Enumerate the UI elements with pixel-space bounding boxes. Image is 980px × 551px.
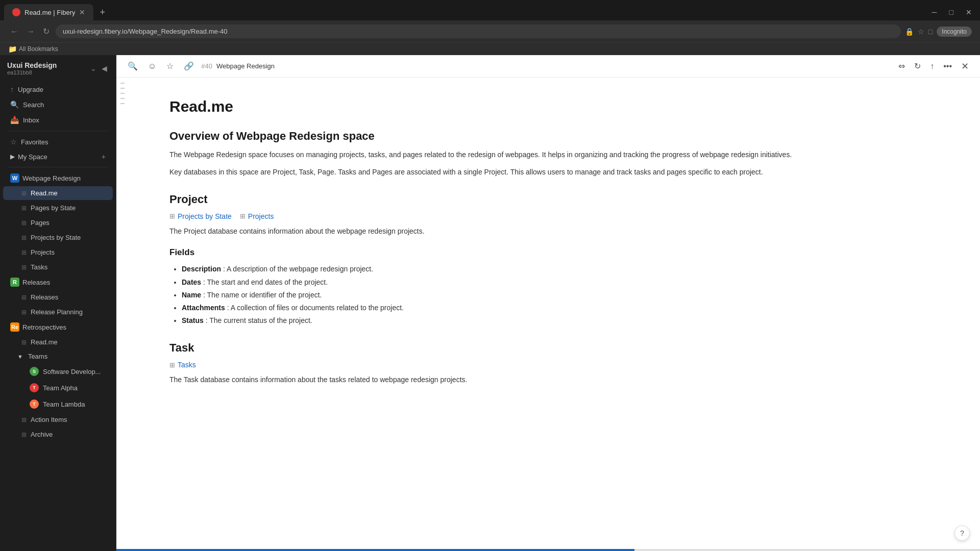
sidebar-item-release-planning[interactable]: ⊞ Release Planning [3, 305, 113, 319]
sidebar-item-myspace[interactable]: ▶ My Space + [3, 150, 113, 163]
sidebar-item-team-lambda[interactable]: T Team Lambda [3, 396, 113, 412]
sidebar-inbox-label: Inbox [23, 116, 106, 124]
panel-refresh-button[interactable]: ↻ [911, 59, 924, 73]
tasks-link[interactable]: ⊞ Tasks [169, 361, 196, 369]
sidebar-item-team-alpha[interactable]: T Team Alpha [3, 380, 113, 395]
bookmarks-label[interactable]: All Bookmarks [19, 45, 58, 53]
maximize-button[interactable]: □ [945, 6, 958, 18]
security-icon: 🔒 [905, 28, 914, 36]
readme-grid-icon: ⊞ [21, 190, 27, 197]
workspace-name: Uxui Redesign [7, 61, 57, 69]
panel-share-button[interactable]: ↑ [927, 60, 937, 73]
panel-toolbar-right: ⇔ ↻ ↑ ••• ✕ [895, 59, 972, 73]
browser-chrome: Read.me | Fibery ✕ + ─ □ ✕ ← → ↻ 🔒 ☆ □ I… [0, 0, 980, 55]
panel-close-button[interactable]: ✕ [958, 60, 972, 73]
sidebar-space-webpage-redesign[interactable]: W Webpage Redesign [3, 171, 113, 185]
panel-link-button[interactable]: 🔗 [181, 59, 197, 73]
sidebar-space-releases[interactable]: R Releases [3, 275, 113, 289]
sidebar-item-tasks[interactable]: ⊞ Tasks [3, 260, 113, 274]
bookmark-star-icon[interactable]: ☆ [918, 28, 924, 36]
sidebar-collapse-button[interactable]: ◀ [100, 63, 109, 74]
sidebar-item-teams[interactable]: ▼ Teams [3, 350, 113, 363]
sidebar-item-pages-by-state[interactable]: ⊞ Pages by State [3, 201, 113, 215]
gutter-mark-4 [120, 98, 125, 99]
sidebar-item-software-develop[interactable]: S Software Develop... [3, 364, 113, 379]
minimize-button[interactable]: ─ [928, 6, 941, 18]
doc-h3-fields: Fields [169, 247, 939, 258]
sidebar-myspace-label: My Space [18, 153, 47, 161]
action-items-grid-icon: ⊞ [21, 416, 27, 423]
doc-task-desc: The Task database contains information a… [169, 374, 939, 386]
sidebar-favorites-label: Favorites [21, 138, 106, 146]
favorites-icon: ☆ [10, 138, 17, 146]
projects-by-state-grid-icon: ⊞ [21, 234, 27, 241]
sidebar-projects-label: Projects [31, 248, 106, 256]
sidebar-item-readme[interactable]: ⊞ Read.me [3, 186, 113, 200]
left-gutter [118, 78, 129, 549]
close-window-button[interactable]: ✕ [962, 6, 976, 18]
releases-label: Releases [22, 279, 50, 286]
incognito-badge: Incognito [937, 27, 972, 37]
retrospectives-space-icon: Re [10, 322, 19, 332]
new-tab-button[interactable]: + [95, 5, 109, 20]
forward-button[interactable]: → [24, 25, 37, 38]
field-status: Status : The current status of the proje… [182, 314, 939, 327]
sidebar-item-upgrade[interactable]: ↑ Upgrade [3, 82, 113, 96]
field-attachments: Attachments : A collection of files or d… [182, 302, 939, 314]
sidebar-item-projects[interactable]: ⊞ Projects [3, 245, 113, 259]
sidebar-team-lambda-label: Team Lambda [43, 400, 106, 408]
releases-space-icon: R [10, 278, 19, 287]
window-controls: ─ □ ✕ [928, 6, 976, 18]
workspace-expand-button[interactable]: ⌄ [89, 63, 98, 74]
field-name: Name : The name or identifier of the pro… [182, 289, 939, 302]
extension-icon: □ [928, 28, 933, 36]
team-lambda-avatar: T [30, 399, 39, 409]
task-links: ⊞ Tasks [169, 361, 939, 369]
sidebar-item-search[interactable]: 🔍 Search [3, 97, 113, 112]
progress-bar [116, 549, 980, 551]
doc-h2-overview: Overview of Webpage Redesign space [169, 130, 939, 143]
panel-emoji-button[interactable]: ☺ [145, 60, 159, 73]
sidebar-item-pages[interactable]: ⊞ Pages [3, 216, 113, 230]
sidebar-header-actions: ⌄ ◀ [89, 63, 109, 74]
search-icon: 🔍 [10, 101, 19, 109]
field-description: Description : A description of the webpa… [182, 263, 939, 276]
sidebar-item-projects-by-state[interactable]: ⊞ Projects by State [3, 231, 113, 244]
panel-star-button[interactable]: ☆ [163, 59, 177, 73]
gutter-mark-1 [120, 83, 125, 84]
projects-link-label: Projects [248, 212, 274, 220]
panel-search-button[interactable]: 🔍 [125, 59, 141, 73]
bookmarks-bar: 📁 All Bookmarks [0, 42, 980, 55]
app: Uxui Redesign ea131bb8 ⌄ ◀ ↑ Upgrade 🔍 S… [0, 55, 980, 551]
doc-h2-project: Project [169, 193, 939, 206]
team-alpha-avatar: T [30, 383, 39, 392]
sidebar-item-action-items[interactable]: ⊞ Action Items [3, 413, 113, 427]
projects-link[interactable]: ⊞ Projects [240, 212, 274, 220]
help-button[interactable]: ? [954, 525, 970, 541]
sidebar-retro-readme-label: Read.me [31, 338, 106, 346]
refresh-button[interactable]: ↻ [41, 24, 52, 38]
myspace-expand-icon: ▶ [10, 153, 15, 160]
tasks-link-icon: ⊞ [169, 361, 175, 369]
link-number: #40 [201, 62, 212, 70]
address-bar: ← → ↻ 🔒 ☆ □ Incognito [0, 20, 980, 42]
sidebar-space-retrospectives[interactable]: Re Retrospectives [3, 320, 113, 334]
workspace-info: Uxui Redesign ea131bb8 [7, 61, 57, 76]
active-tab[interactable]: Read.me | Fibery ✕ [4, 4, 93, 20]
sidebar-item-favorites[interactable]: ☆ Favorites [3, 135, 113, 149]
sidebar-item-retro-readme[interactable]: ⊞ Read.me [3, 335, 113, 349]
bookmarks-folder-icon: 📁 [8, 45, 17, 53]
myspace-add-icon[interactable]: + [102, 153, 106, 161]
projects-by-state-link-icon: ⊞ [169, 212, 175, 220]
back-button[interactable]: ← [8, 25, 20, 38]
sidebar-item-releases[interactable]: ⊞ Releases [3, 290, 113, 304]
url-input[interactable] [56, 24, 901, 38]
panel-more-button[interactable]: ••• [940, 60, 955, 73]
tab-close-button[interactable]: ✕ [79, 8, 85, 16]
panel-split-button[interactable]: ⇔ [895, 59, 908, 73]
archive-grid-icon: ⊞ [21, 431, 27, 438]
sidebar-item-inbox[interactable]: 📥 Inbox [3, 113, 113, 127]
projects-by-state-link[interactable]: ⊞ Projects by State [169, 212, 232, 220]
sidebar-release-planning-label: Release Planning [31, 308, 106, 316]
sidebar-item-archive[interactable]: ⊞ Archive [3, 428, 113, 441]
